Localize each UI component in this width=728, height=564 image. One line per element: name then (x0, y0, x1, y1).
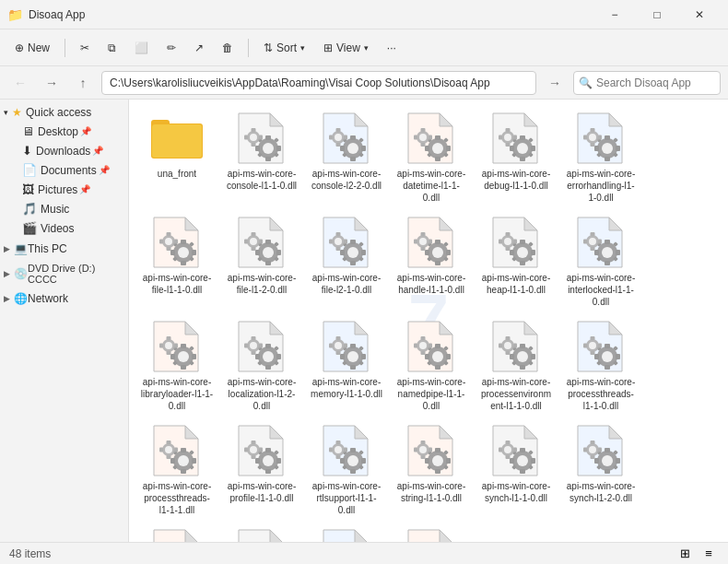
downloads-icon: ⬇ (22, 144, 32, 158)
svg-rect-352 (361, 458, 366, 464)
list-item[interactable]: api-ms-win-core-errorhandling-l1-1-0.dll (560, 107, 641, 207)
list-item[interactable]: api-ms-win-core-localization-l1-2-0.dll (221, 315, 302, 416)
list-item[interactable]: api-ms-win-core-namedpipe-l1-1-0.dll (391, 315, 472, 416)
svg-rect-244 (361, 354, 366, 359)
svg-marker-274 (524, 322, 537, 335)
svg-rect-169 (520, 240, 525, 244)
new-button[interactable]: ⊕ New (7, 34, 57, 62)
svg-rect-380 (429, 448, 432, 452)
svg-rect-54 (421, 143, 426, 147)
file-name: api-ms-win-core-rtlsupport-l1-1-0.dll (310, 480, 383, 516)
more-button[interactable]: ··· (380, 34, 404, 62)
pin-icon: 📌 (80, 126, 91, 136)
sidebar-item-music[interactable]: 🎵 Music (0, 199, 128, 218)
list-item[interactable]: api-ms-win-core-util-l1-1-0.dll (306, 523, 387, 542)
back-button[interactable]: ← (7, 70, 33, 96)
grid-view-button[interactable]: ⊞ (675, 545, 695, 563)
minimize-button[interactable]: − (593, 0, 636, 29)
file-name: api-ms-win-core-file-l1-1-0.dll (140, 272, 214, 296)
file-name: api-ms-win-core-file-l2-1-0.dll (310, 272, 383, 296)
svg-point-196 (589, 238, 596, 245)
rename-button[interactable]: ✏ (159, 34, 183, 62)
svg-point-214 (165, 342, 172, 349)
dll-icon (234, 215, 289, 270)
sort-button[interactable]: ⇅ Sort ▾ (256, 34, 312, 62)
dll-icon (404, 215, 459, 270)
list-item[interactable]: api-ms-win-core-processthreads-l1-1-1.dl… (136, 419, 217, 520)
list-item[interactable]: api-ms-win-core-processenvironment-l1-1-… (476, 315, 557, 416)
list-item[interactable]: api-ms-win-core-timezone-l1-1-0.dll (221, 523, 302, 542)
list-item[interactable]: api-ms-win-core-debug-l1-1-0.dll (476, 107, 557, 207)
list-item[interactable]: api-ms-win-core-file-l1-1-0.dll (136, 211, 217, 311)
forward-button[interactable]: → (39, 70, 65, 96)
address-input[interactable] (101, 71, 536, 95)
list-item[interactable]: api-ms-win-core-synch-l1-1-0.dll (476, 419, 557, 520)
list-item[interactable]: api-ms-win-core-console-l2-2-0.dll (306, 107, 387, 207)
svg-rect-73 (499, 135, 502, 140)
view-button[interactable]: ⊞ View ▾ (316, 34, 376, 62)
svg-rect-190 (616, 250, 620, 255)
search-input[interactable] (573, 71, 721, 95)
svg-point-160 (419, 238, 427, 245)
svg-rect-362 (344, 448, 347, 452)
dll-svg (491, 216, 541, 269)
svg-rect-289 (499, 344, 502, 348)
list-item[interactable]: api-ms-win-core-string-l1-1-0.dll (391, 419, 472, 520)
thispc-header[interactable]: ▶ 💻 This PC (0, 240, 128, 258)
list-item[interactable]: api-ms-win-core-profile-l1-1-0.dll (221, 419, 302, 520)
svg-rect-386 (520, 469, 525, 474)
file-name: api-ms-win-core-datetime-l1-1-0.dll (394, 168, 468, 204)
sidebar-item-pictures[interactable]: 🖼 Pictures 📌 (0, 180, 128, 199)
view-controls: ⊞ ≡ (675, 545, 719, 563)
list-item[interactable]: api-ms-win-core-console-l1-1-0.dll (221, 107, 302, 207)
up-button[interactable]: ↑ (70, 70, 96, 96)
list-item[interactable]: api-ms-win-core-file-l2-1-0.dll (306, 211, 387, 311)
list-item[interactable]: una_front (136, 107, 217, 207)
share-button[interactable]: ↗ (187, 34, 211, 62)
list-item[interactable]: api-ms-win-core-heap-l1-1-0.dll (476, 211, 557, 311)
paste-button[interactable]: ⬜ (127, 34, 156, 62)
view-chevron-icon: ▾ (364, 43, 369, 53)
list-item[interactable]: api-ms-win-core-memory-l1-1-0.dll (306, 315, 387, 416)
list-item[interactable]: api-ms-win-core-sysinfo-l1-1-0.dll (136, 523, 217, 542)
go-button[interactable]: → (542, 70, 568, 96)
list-item[interactable]: api-ms-win-core-libraryloader-l1-1-0.dll (136, 315, 217, 416)
list-item[interactable]: api-ms-win-core-handle-l1-1-0.dll (391, 211, 472, 311)
list-item[interactable]: api-ms-win-core-datetime-l1-1-0.dll (391, 107, 472, 207)
maximize-button[interactable]: □ (636, 0, 678, 29)
svg-rect-350 (350, 469, 356, 474)
svg-rect-379 (414, 448, 417, 452)
svg-rect-28 (361, 146, 366, 151)
svg-rect-74 (513, 135, 517, 140)
svg-marker-76 (609, 113, 622, 126)
list-item[interactable]: api-ms-win-core-interlocked-l1-1-0.dll (560, 211, 641, 311)
sidebar-item-desktop[interactable]: 🖥 Desktop 📌 (0, 122, 128, 141)
sidebar-item-videos[interactable]: 🎬 Videos (0, 218, 128, 238)
delete-button[interactable]: 🗑 (215, 34, 241, 62)
file-name: api-ms-win-core-namedpipe-l1-1-0.dll (394, 376, 468, 412)
svg-rect-181 (499, 240, 502, 244)
svg-rect-207 (170, 354, 175, 359)
svg-rect-144 (336, 247, 341, 251)
sidebar-item-documents[interactable]: 📄 Documents 📌 (0, 160, 128, 180)
copy-button[interactable]: ⧉ (100, 34, 123, 62)
svg-rect-134 (350, 261, 356, 265)
svg-marker-418 (185, 530, 198, 542)
cut-button[interactable]: ✂ (73, 34, 97, 62)
file-name: api-ms-win-core-synch-l1-1-0.dll (479, 480, 553, 504)
dvd-header[interactable]: ▶ 💿 DVD Drive (D:) CCCC (0, 260, 128, 288)
list-item[interactable]: api-ms-win-core-file-l1-2-0.dll (221, 211, 302, 311)
svg-rect-243 (340, 354, 345, 359)
network-header[interactable]: ▶ 🌐 Network (0, 289, 128, 308)
list-item[interactable]: api-ms-win-core-processthreads-l1-1-0.dl… (560, 315, 641, 416)
close-button[interactable]: ✕ (678, 0, 721, 29)
sidebar-item-downloads[interactable]: ⬇ Downloads 📌 (0, 141, 128, 160)
list-view-button[interactable]: ≡ (699, 545, 719, 563)
list-item[interactable]: api-ms-win-crt-conio-l1-1-0.dll (391, 523, 472, 542)
list-item[interactable]: api-ms-win-core-rtlsupport-l1-1-0.dll (306, 419, 387, 520)
dll-svg (406, 216, 456, 269)
list-item[interactable]: api-ms-win-core-synch-l1-2-0.dll (560, 419, 641, 520)
svg-rect-279 (510, 354, 514, 359)
quick-access-header[interactable]: ▾ ★ Quick access (0, 103, 128, 122)
svg-rect-405 (594, 458, 599, 464)
